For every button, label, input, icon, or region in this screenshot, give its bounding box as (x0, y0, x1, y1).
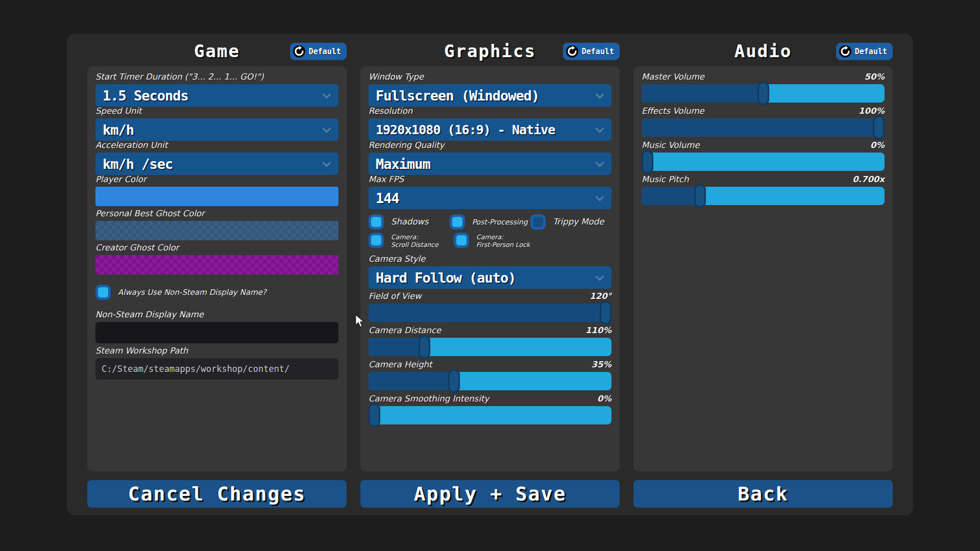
rendering-quality-label: Rendering Quality (369, 141, 444, 150)
music-pitch-label: Music Pitch (642, 175, 689, 184)
shadows-label: Shadows (391, 214, 429, 230)
non-steam-display-name-label: Non-Steam Display Name (95, 310, 204, 319)
always-use-non-steam-name-label: Always Use Non-Steam Display Name? (118, 285, 266, 300)
speed-unit-label: Speed Unit (95, 107, 142, 116)
graphics-settings-body: Window Type Fullscreen (Windowed) Resolu… (360, 66, 620, 471)
slider-handle[interactable] (448, 369, 460, 393)
chevron-down-icon (597, 194, 603, 201)
master-volume-slider[interactable] (642, 84, 885, 103)
camera-smoothing-slider[interactable] (369, 406, 611, 424)
chevron-down-icon (324, 126, 330, 132)
graphics-default-button[interactable]: Default (563, 43, 620, 60)
field-of-view-label: Field of View (369, 292, 422, 301)
steam-workshop-path-label: Steam Workshop Path (95, 346, 188, 356)
camera-smoothing-value: 0% (597, 394, 611, 404)
start-timer-duration-select[interactable]: 1.5 Seconds (95, 84, 338, 107)
start-timer-duration-label: Start Timer Duration ("3... 2... 1... GO… (95, 72, 264, 82)
game-column: Game Default Start Timer Duration ("3...… (87, 34, 347, 515)
slider-handle[interactable] (642, 150, 653, 173)
trippy-mode-checkbox[interactable] (530, 214, 546, 230)
slider-handle[interactable] (369, 404, 380, 427)
audio-default-label: Default (855, 47, 887, 56)
mouse-cursor (355, 314, 365, 328)
player-color-label: Player Color (95, 175, 146, 184)
camera-scroll-distance-checkbox[interactable] (369, 233, 384, 248)
music-volume-value: 0% (870, 141, 885, 150)
audio-settings-body: Master Volume 50% Effects Volume 100% (633, 66, 893, 471)
graphics-column: Graphics Default Window Type Fullscreen … (360, 34, 620, 515)
graphics-default-label: Default (582, 47, 614, 56)
pb-ghost-color-label: Personal Best Ghost Color (95, 209, 205, 218)
steam-workshop-path-input[interactable]: C:/Steam/steamapps/workshop/content/ (95, 358, 338, 380)
back-button[interactable]: Back (633, 480, 893, 508)
acceleration-unit-label: Acceleration Unit (95, 141, 167, 150)
slider-handle[interactable] (600, 301, 611, 324)
chevron-down-icon (597, 160, 603, 166)
slider-handle[interactable] (419, 335, 430, 359)
audio-header: Audio Default (633, 38, 893, 66)
camera-distance-value: 110% (585, 326, 611, 335)
field-of-view-slider[interactable] (369, 304, 611, 322)
chevron-down-icon (597, 91, 603, 98)
reset-icon (566, 45, 578, 58)
creator-ghost-color-swatch[interactable] (95, 255, 338, 274)
camera-scroll-distance-label: Camera: Scroll Distance (391, 233, 438, 248)
camera-distance-label: Camera Distance (369, 326, 441, 335)
creator-ghost-color-label: Creator Ghost Color (95, 243, 179, 253)
music-pitch-value: 0.700x (852, 175, 885, 184)
apply-save-button[interactable]: Apply + Save (360, 480, 620, 508)
window-type-label: Window Type (369, 72, 424, 82)
acceleration-unit-select[interactable]: km/h /sec (95, 153, 338, 175)
max-fps-label: Max FPS (369, 175, 404, 184)
speed-unit-select[interactable]: km/h (95, 118, 338, 141)
slider-handle[interactable] (873, 116, 885, 139)
non-steam-display-name-input[interactable] (95, 322, 338, 343)
reset-icon (293, 45, 305, 58)
max-fps-select[interactable]: 144 (369, 187, 611, 209)
player-color-swatch[interactable] (95, 187, 338, 206)
camera-style-select[interactable]: Hard Follow (auto) (369, 266, 611, 289)
chevron-down-icon (597, 273, 603, 280)
camera-height-label: Camera Height (369, 360, 432, 369)
shadows-checkbox[interactable] (369, 214, 384, 230)
effects-volume-label: Effects Volume (642, 107, 704, 116)
camera-first-person-lock-label: Camera: First-Person Lock (476, 233, 530, 248)
game-default-label: Default (309, 47, 341, 56)
game-header: Game Default (87, 38, 347, 66)
reset-icon (839, 45, 851, 58)
camera-height-slider[interactable] (369, 372, 611, 390)
camera-distance-slider[interactable] (369, 338, 611, 356)
graphics-header: Graphics Default (360, 38, 620, 66)
game-settings-body: Start Timer Duration ("3... 2... 1... GO… (87, 66, 347, 471)
audio-default-button[interactable]: Default (836, 43, 893, 60)
music-pitch-slider[interactable] (642, 187, 885, 205)
chevron-down-icon (324, 160, 330, 166)
post-processing-checkbox[interactable] (450, 214, 465, 230)
resolution-select[interactable]: 980x551 (16:9) - Native (369, 118, 611, 141)
settings-panel: Game Default Start Timer Duration ("3...… (67, 34, 913, 515)
window-type-select[interactable]: Fullscreen (Windowed) (369, 84, 611, 107)
cancel-changes-button[interactable]: Cancel Changes (87, 480, 347, 508)
post-processing-label: Post-Processing (472, 214, 528, 230)
chevron-down-icon (324, 91, 330, 98)
resolution-label: Resolution (369, 107, 412, 116)
camera-height-value: 35% (592, 360, 612, 369)
trippy-mode-label: Trippy Mode (553, 214, 604, 230)
music-volume-label: Music Volume (642, 141, 700, 150)
master-volume-value: 50% (865, 72, 885, 82)
camera-first-person-lock-checkbox[interactable] (454, 233, 469, 248)
pb-ghost-color-swatch[interactable] (95, 221, 338, 240)
field-of-view-value: 120° (590, 292, 611, 301)
rendering-quality-select[interactable]: Maximum (369, 153, 611, 175)
music-volume-slider[interactable] (642, 153, 885, 171)
slider-handle[interactable] (757, 82, 769, 105)
master-volume-label: Master Volume (642, 72, 704, 82)
slider-handle[interactable] (694, 184, 706, 208)
audio-column: Audio Default Master Volume 50% (633, 34, 893, 515)
always-use-non-steam-name-checkbox[interactable] (95, 285, 111, 300)
camera-style-label: Camera Style (369, 255, 425, 264)
effects-volume-value: 100% (859, 107, 885, 116)
chevron-down-icon (597, 126, 603, 132)
effects-volume-slider[interactable] (642, 118, 885, 137)
game-default-button[interactable]: Default (290, 43, 347, 60)
